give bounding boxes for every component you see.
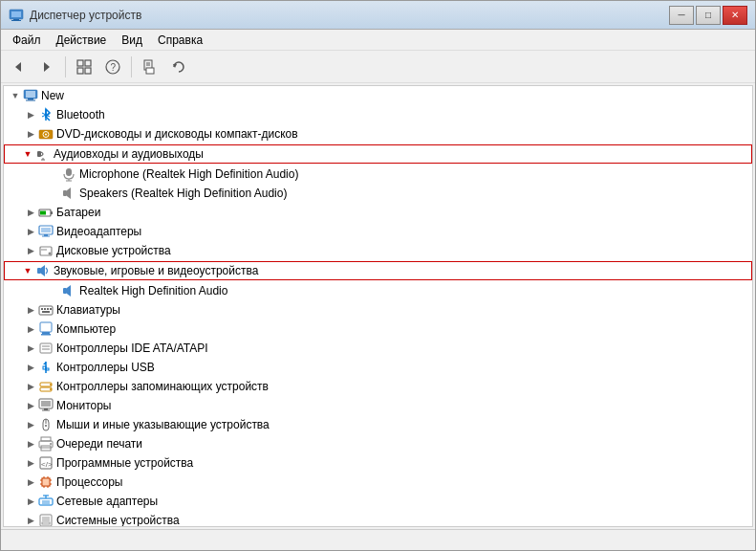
help-button[interactable]: ? [99,55,126,79]
expander-net[interactable]: ▶ [23,492,38,511]
tree-item-disk[interactable]: ▶ Дисковые устройства [4,241,752,260]
expander-prog[interactable]: ▶ [23,453,38,473]
tree-item-monitor[interactable]: ▶ Мониторы [4,396,752,415]
minimize-button[interactable]: ─ [669,6,694,25]
tree-item-audio-io[interactable]: ▼ Аудиовходы и аудиовыходы [4,144,752,164]
print-icon [38,436,54,452]
expander-new[interactable]: ▼ [8,86,23,105]
menu-view[interactable]: Вид [114,32,150,49]
tree-item-print[interactable]: ▶ Очереди печати [4,434,752,453]
show-hide-icon [76,59,92,75]
tree-label-new: New [41,89,64,102]
tree-label-system: Системные устройства [56,514,180,527]
svg-rect-52 [40,322,52,332]
svg-text:?: ? [111,62,117,73]
expander-print[interactable]: ▶ [23,434,38,453]
window-title: Диспетчер устройств [30,9,141,22]
tree-label-prog: Программные устройства [56,456,193,470]
tree-item-dvd[interactable]: ▶ DVD-дисководы и дисководы компакт-диск… [4,124,752,143]
back-button[interactable] [5,55,32,79]
battery-icon [38,205,54,220]
expander-audio-io[interactable]: ▼ [20,144,35,164]
tree-item-computer[interactable]: ▶ Компьютер [4,320,752,339]
tree-item-keyboard[interactable]: ▶ Клавиатуры [4,300,752,320]
properties-button[interactable] [137,55,163,79]
tree-label-keyboard: Клавиатуры [56,303,120,317]
tree-item-system[interactable]: ▶ Системные устройства [4,511,752,527]
svg-rect-33 [63,190,67,196]
title-bar: Диспетчер устройств ─ □ ✕ [1,1,755,30]
svg-point-26 [45,134,47,136]
tree-item-speakers[interactable]: ▶ Speakers (Realtek High Definition Audi… [4,184,752,203]
tree-item-cpu[interactable]: ▶ Процессоры [4,473,752,492]
expander-system[interactable]: ▶ [23,511,38,527]
tree-item-ide[interactable]: ▶ Контроллеры IDE ATA/ATAPI [4,339,752,358]
net-icon [38,494,54,509]
expander-mouse[interactable]: ▶ [23,415,38,434]
svg-rect-53 [42,332,50,334]
expander-cpu[interactable]: ▶ [23,473,38,492]
svg-rect-3 [11,20,21,21]
menu-file[interactable]: Файл [5,32,49,49]
expander-storage[interactable]: ▶ [23,377,38,396]
svg-rect-7 [85,60,91,66]
mouse-icon [38,417,54,432]
expander-bluetooth[interactable]: ▶ [23,105,38,124]
tree-item-sound[interactable]: ▼ Звуковые, игровые и видеоустройства [4,261,752,280]
svg-rect-50 [50,308,52,310]
tree-label-cpu: Процессоры [56,475,123,489]
tree-item-new[interactable]: ▼ New [4,86,752,105]
expander-monitor[interactable]: ▶ [23,396,38,415]
device-tree[interactable]: ▼ New ▶ [3,85,753,527]
tree-item-usb[interactable]: ▶ Контроллеры USB [4,358,752,377]
toolbar: ? [1,51,755,83]
tree-item-realtek[interactable]: ▶ Realtek High Definition Audio [4,281,752,300]
tree-item-storage[interactable]: ▶ Контроллеры запоминающих устройств [4,377,752,396]
tree-item-net[interactable]: ▶ Сетевые адаптеры [4,492,752,511]
expander-keyboard[interactable]: ▶ [23,300,38,320]
computer-icon [23,88,38,103]
svg-point-64 [50,388,52,390]
svg-rect-94 [42,522,50,524]
expander-dvd[interactable]: ▶ [23,124,38,143]
toolbar-separator-2 [131,56,132,77]
tree-label-ide: Контроллеры IDE ATA/ATAPI [56,342,208,355]
display-adapter-icon [38,224,54,239]
content-area: ▼ New ▶ [1,83,755,529]
svg-rect-19 [28,99,33,100]
expander-battery[interactable]: ▶ [23,203,38,222]
svg-rect-44 [37,268,41,274]
expander-ide[interactable]: ▶ [23,339,38,358]
svg-rect-55 [40,343,52,353]
tree-item-prog[interactable]: ▶ </> Программные устройства [4,453,752,473]
expander-disk[interactable]: ▶ [23,241,38,260]
tree-item-display[interactable]: ▶ Видеоадаптеры [4,222,752,241]
svg-rect-46 [39,306,53,315]
svg-rect-36 [40,211,46,215]
svg-text:</>: </> [41,460,53,469]
show-hide-button[interactable] [71,55,97,79]
speakers-icon [61,186,76,201]
menu-bar: Файл Действие Вид Справка [1,30,755,51]
tree-item-mouse[interactable]: ▶ Мыши и иные указывающие устройства [4,415,752,434]
forward-button[interactable] [33,55,60,79]
tree-item-bluetooth[interactable]: ▶ Bluetooth [4,105,752,124]
refresh-button[interactable] [165,55,192,79]
tree-item-microphone[interactable]: ▶ Microphone (Realtek High Definition Au… [4,165,752,184]
maximize-button[interactable]: □ [696,6,721,25]
keyboard-icon [38,302,54,318]
close-button[interactable]: ✕ [723,6,747,25]
expander-display[interactable]: ▶ [23,222,38,241]
prog-icon: </> [38,455,54,471]
back-icon [11,60,25,74]
expander-computer[interactable]: ▶ [23,320,38,339]
expander-sound[interactable]: ▼ [20,261,35,280]
expander-usb[interactable]: ▶ [23,358,38,377]
tree-label-usb: Контроллеры USB [56,361,155,374]
tree-label-bluetooth: Bluetooth [56,108,105,121]
svg-rect-71 [41,437,51,441]
tree-item-battery[interactable]: ▶ Батареи [4,203,752,222]
menu-help[interactable]: Справка [150,32,210,49]
tree-label-microphone: Microphone (Realtek High Definition Audi… [79,167,298,181]
menu-action[interactable]: Действие [49,32,115,49]
